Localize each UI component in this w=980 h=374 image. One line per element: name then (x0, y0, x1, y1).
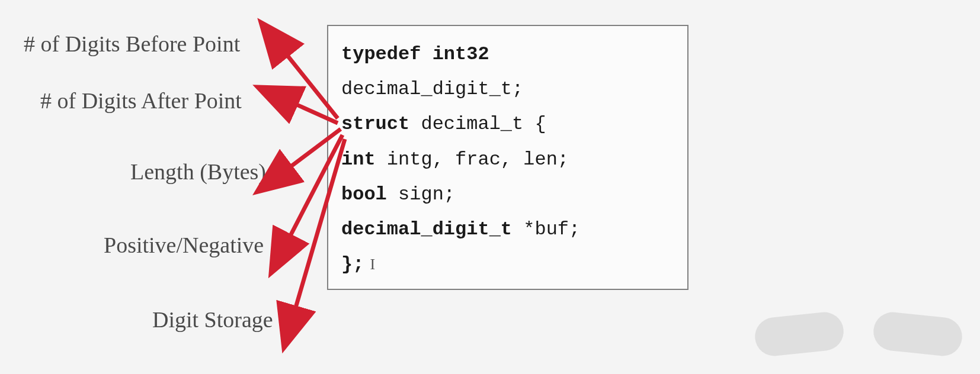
label-digits-before: # of Digits Before Point (24, 31, 240, 57)
code-line-typedef: typedef int32 decimal_digit_t; (341, 37, 674, 107)
label-digits-after: # of Digits After Point (40, 88, 242, 114)
code-line-close: };I (341, 247, 674, 282)
code-line-buf: decimal_digit_t *buf; (341, 212, 674, 247)
watermark-icon (755, 291, 968, 374)
code-line-bool: bool sign; (341, 177, 674, 212)
code-box: typedef int32 decimal_digit_t; struct de… (327, 25, 688, 290)
text-cursor-icon: I (370, 250, 375, 279)
label-length: Length (Bytes) (130, 159, 266, 185)
label-storage: Digit Storage (152, 307, 273, 333)
code-line-int: int intg, frac, len; (341, 142, 674, 177)
label-sign: Positive/Negative (104, 232, 264, 258)
code-line-struct: struct decimal_t { (341, 107, 674, 141)
